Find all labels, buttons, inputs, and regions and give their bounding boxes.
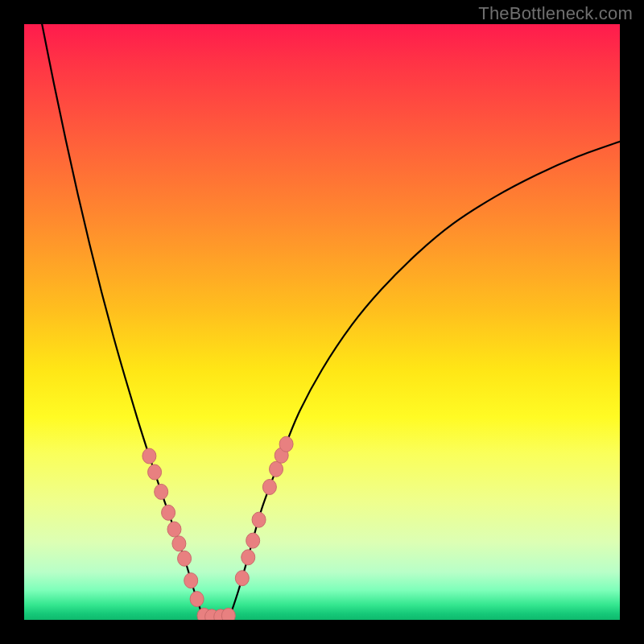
data-marker: [235, 571, 249, 586]
data-marker: [162, 505, 175, 520]
data-marker: [148, 464, 162, 480]
plot-svg: [24, 24, 620, 620]
data-marker: [242, 550, 255, 565]
chart-frame: TheBottleneck.com: [0, 0, 644, 644]
plot-area: [24, 24, 620, 620]
data-marker: [270, 461, 283, 477]
data-marker: [167, 522, 181, 537]
data-markers: [142, 436, 293, 620]
data-marker: [279, 436, 293, 452]
data-marker: [178, 551, 192, 566]
data-marker: [246, 533, 260, 548]
data-marker: [172, 536, 186, 551]
curve-right-branch: [229, 142, 620, 617]
data-marker: [142, 448, 156, 464]
data-marker: [221, 608, 235, 620]
data-marker: [155, 484, 168, 499]
data-marker: [262, 479, 276, 494]
watermark-text: TheBottleneck.com: [478, 3, 633, 24]
data-marker: [252, 512, 266, 527]
data-marker: [190, 592, 204, 607]
data-marker: [184, 573, 198, 588]
